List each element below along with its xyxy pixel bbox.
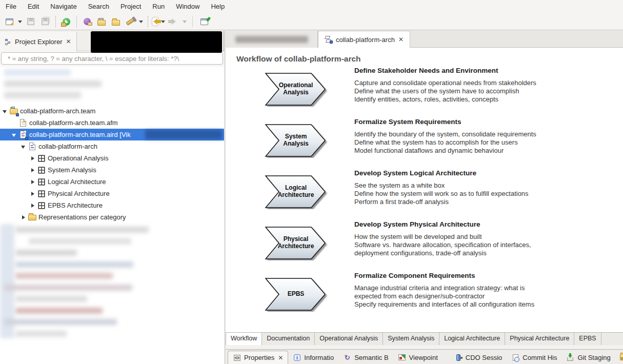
tree-row-team-project[interactable]: collab-platform-arch.team <box>0 105 224 117</box>
epbs-arrow-button[interactable]: EPBS <box>264 277 328 312</box>
project-explorer-panel: Project Explorer collab-platform-arch.te… <box>0 31 224 364</box>
workflow-heading: Develop System Physical Architecture <box>354 220 531 228</box>
menu-help[interactable]: Help <box>205 0 230 13</box>
tree-label: Operational Analysis <box>48 154 109 162</box>
redacted-row <box>29 238 131 244</box>
search-button[interactable] <box>124 15 137 28</box>
tab-system-analysis[interactable]: System Analysis <box>383 333 439 345</box>
editor-tab-redacted[interactable] <box>226 31 318 48</box>
tree-row-aird-file-selected[interactable]: collab-platform-arch.team.aird [Vik <box>0 129 224 140</box>
import-folder-button[interactable] <box>95 15 108 28</box>
workflow-row-logical-architecture: LogicalArchitecture Develop System Logic… <box>226 166 623 217</box>
forward-button[interactable] <box>167 15 180 28</box>
tree-row-system-analysis[interactable]: System Analysis <box>0 164 224 176</box>
menu-edit[interactable]: Edit <box>22 0 45 13</box>
tab-git-staging[interactable]: Git Staging <box>561 351 615 364</box>
model-folder-icon <box>9 107 18 115</box>
tree-label: collab-platform-arch.team.aird [Vik <box>29 131 131 138</box>
workflow-heading: Formalize Component Requirements <box>354 272 534 279</box>
workflow-row-operational-analysis: OperationalAnalysis Define Stakeholder N… <box>226 64 623 115</box>
arrow-label: Architecture <box>278 242 314 250</box>
tree-row-representations[interactable]: Representations per category <box>0 211 224 223</box>
tree-label: collab-platform-arch.team.afm <box>29 119 118 127</box>
tab-commit-history[interactable]: Commit His <box>507 351 561 364</box>
back-button[interactable] <box>152 17 159 26</box>
main-toolbar: ✦ <box>0 13 623 30</box>
view-tab-label: Viewpoint <box>409 354 438 361</box>
close-icon[interactable] <box>278 354 283 361</box>
pin-editor-button[interactable] <box>197 15 211 28</box>
close-icon[interactable] <box>398 36 404 43</box>
back-history-dropdown-icon[interactable] <box>161 21 165 23</box>
workflow-line: Identify the boundary of the system, con… <box>354 130 536 138</box>
menu-search[interactable]: Search <box>83 0 115 13</box>
tab-project-explorer[interactable]: Project Explorer <box>0 32 77 51</box>
new-wizard-button[interactable]: ✦ <box>3 15 16 28</box>
tab-logical-architecture[interactable]: Logical Architecture <box>439 333 505 345</box>
save-button[interactable] <box>24 15 37 28</box>
toolbar-separator <box>192 16 193 27</box>
workflow-line: Model functional dataflows and dynamic b… <box>354 147 536 155</box>
properties-icon <box>233 354 241 362</box>
forward-history-dropdown-icon[interactable] <box>183 21 187 23</box>
tab-cdo-sessions[interactable]: CDO Sessio <box>450 351 507 364</box>
redacted-row <box>4 92 81 98</box>
editor-tab-collab-platform-arch[interactable]: collab-platform-arch <box>318 31 410 48</box>
expander-collapsed-icon[interactable] <box>30 178 37 186</box>
tab-documentation[interactable]: Documentation <box>262 333 315 345</box>
open-folder-icon <box>112 20 120 26</box>
tab-operational-analysis[interactable]: Operational Analysis <box>315 333 383 345</box>
tab-properties[interactable]: Properties <box>228 351 288 364</box>
tab-epbs[interactable]: EPBS <box>574 333 601 345</box>
tree-row-epbs-architecture[interactable]: EPBS Architecture <box>0 199 224 211</box>
expander-expanded-icon[interactable] <box>21 143 28 150</box>
menu-file[interactable]: File <box>0 0 22 13</box>
close-icon[interactable] <box>66 38 71 45</box>
validate-button[interactable] <box>59 15 73 28</box>
workflow-line: Define what the users of the system have… <box>354 87 536 95</box>
logical-architecture-arrow-button[interactable]: LogicalArchitecture <box>264 174 328 209</box>
open-folder-button[interactable] <box>109 15 123 28</box>
tree-label: Representations per category <box>38 213 126 221</box>
architecture-grid-icon <box>37 189 46 198</box>
tab-workflow[interactable]: Workflow <box>226 333 262 345</box>
tree-row-logical-architecture[interactable]: Logical Architecture <box>0 176 224 188</box>
tab-physical-architecture[interactable]: Physical Architecture <box>505 333 574 345</box>
expander-collapsed-icon[interactable] <box>30 202 37 209</box>
expander-collapsed-icon[interactable] <box>30 155 37 162</box>
star-icon: ✦ <box>10 22 14 27</box>
menu-project[interactable]: Project <box>115 0 147 13</box>
new-wizard-dropdown-icon[interactable] <box>18 21 22 23</box>
expander-collapsed-icon[interactable] <box>30 190 37 197</box>
system-analysis-arrow-button[interactable]: SystemAnalysis <box>264 123 328 158</box>
tree-row-operational-analysis[interactable]: Operational Analysis <box>0 152 224 164</box>
tab-semantic-browser[interactable]: Semantic B <box>338 351 393 364</box>
menu-window[interactable]: Window <box>170 0 205 13</box>
tree-row-physical-architecture[interactable]: Physical Architecture <box>0 188 224 199</box>
filter-input[interactable] <box>1 52 223 65</box>
tab-information[interactable]: Informatio <box>288 351 338 364</box>
operational-analysis-arrow-button[interactable]: OperationalAnalysis <box>264 72 328 107</box>
tree-row-session[interactable]: collab-platform-arch <box>0 140 224 152</box>
save-all-button[interactable] <box>38 15 52 28</box>
expander-expanded-icon[interactable] <box>2 108 9 115</box>
redacted-block <box>91 31 222 53</box>
menu-navigate[interactable]: Navigate <box>45 0 82 13</box>
commit-history-icon <box>511 353 519 361</box>
menu-run[interactable]: Run <box>147 0 170 13</box>
expander-collapsed-icon[interactable] <box>30 167 37 174</box>
redacted-row <box>15 296 87 302</box>
expander-collapsed-icon[interactable] <box>21 214 28 221</box>
tree-row-afm-file[interactable]: collab-platform-arch.team.afm <box>0 117 224 129</box>
tab-viewpoint[interactable]: Viewpoint <box>393 351 443 364</box>
physical-architecture-arrow-button[interactable]: PhysicalArchitecture <box>264 226 328 260</box>
main-area: Project Explorer collab-platform-arch.te… <box>0 31 623 364</box>
expander-expanded-icon[interactable] <box>11 131 18 138</box>
search-dropdown-icon[interactable] <box>139 21 143 23</box>
validate-icon <box>63 18 70 26</box>
workflow-row-epbs: EPBS Formalize Component Requirements Ma… <box>226 269 623 320</box>
purple-tool-button[interactable] <box>81 15 94 28</box>
tab-git-repositories[interactable] <box>615 351 623 364</box>
tree-label: collab-platform-arch.team <box>20 107 95 115</box>
tree-label: collab-platform-arch <box>38 143 97 150</box>
